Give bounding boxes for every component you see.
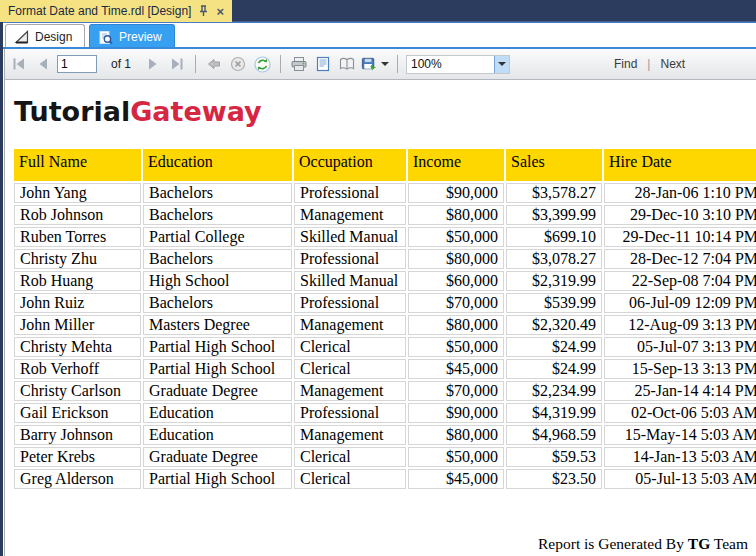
set-square-icon xyxy=(14,30,29,44)
table-cell: Education xyxy=(143,425,292,445)
table-cell: John Ruiz xyxy=(14,293,141,313)
document-tab-title: Format Date and Time.rdl [Design] xyxy=(8,4,191,18)
table-cell: 28-Dec-12 7:04 PM xyxy=(604,249,756,269)
table-cell: Gail Erickson xyxy=(14,403,141,423)
report-table: Full NameEducationOccupationIncomeSalesH… xyxy=(12,147,756,491)
table-cell: $3,399.99 xyxy=(506,205,602,225)
zoom-select[interactable]: 100% xyxy=(406,55,510,74)
table-cell: Christy Mehta xyxy=(14,337,141,357)
table-cell: $699.10 xyxy=(506,227,602,247)
table-row: Greg AldersonPartial High SchoolClerical… xyxy=(14,469,756,489)
table-cell: $24.99 xyxy=(506,359,602,379)
view-tab-strip: Design Preview xyxy=(3,22,756,49)
preview-toolbar: of 1 100% xyxy=(4,49,756,80)
table-cell: 14-Jan-13 5:03 AM xyxy=(604,447,756,467)
document-tab[interactable]: Format Date and Time.rdl [Design] × xyxy=(0,0,232,22)
first-page-button[interactable] xyxy=(9,54,29,74)
table-cell: $24.99 xyxy=(506,337,602,357)
document-tab-bar: Format Date and Time.rdl [Design] × xyxy=(0,0,756,22)
previous-page-button[interactable] xyxy=(33,54,53,74)
table-cell: 05-Jul-13 5:03 AM xyxy=(604,469,756,489)
column-header-education: Education xyxy=(143,149,292,181)
stop-rendering-icon[interactable] xyxy=(228,54,248,74)
table-cell: $70,000 xyxy=(408,381,504,401)
table-cell: High School xyxy=(143,271,292,291)
find-next-button[interactable]: Next xyxy=(660,57,685,71)
print-icon[interactable] xyxy=(289,54,309,74)
table-cell: $80,000 xyxy=(408,425,504,445)
table-row: Gail EricksonEducationProfessional$90,00… xyxy=(14,403,756,423)
table-cell: 29-Dec-11 10:14 PM xyxy=(604,227,756,247)
table-cell: Management xyxy=(294,425,406,445)
tab-preview[interactable]: Preview xyxy=(89,24,175,49)
table-cell: 15-May-14 5:03 AM xyxy=(604,425,756,445)
report-designer-window: Format Date and Time.rdl [Design] × Desi… xyxy=(0,0,756,556)
table-cell: Greg Alderson xyxy=(14,469,141,489)
export-icon[interactable] xyxy=(361,54,389,74)
last-page-button[interactable] xyxy=(167,54,187,74)
export-dropdown-caret[interactable] xyxy=(381,62,389,66)
table-cell: Clerical xyxy=(294,359,406,379)
table-cell: Clerical xyxy=(294,447,406,467)
table-cell: Partial College xyxy=(143,227,292,247)
table-cell: $90,000 xyxy=(408,403,504,423)
next-page-button[interactable] xyxy=(143,54,163,74)
table-cell: $539.99 xyxy=(506,293,602,313)
table-cell: John Miller xyxy=(14,315,141,335)
table-row: Ruben TorresPartial CollegeSkilled Manua… xyxy=(14,227,756,247)
table-cell: Skilled Manual xyxy=(294,271,406,291)
table-cell: Peter Krebs xyxy=(14,447,141,467)
logo-tutorial: Tutorial xyxy=(14,96,130,127)
back-to-parent-icon[interactable] xyxy=(204,54,224,74)
table-cell: Barry Johnson xyxy=(14,425,141,445)
find-input[interactable] xyxy=(522,55,610,73)
table-cell: $80,000 xyxy=(408,249,504,269)
window-left-edge xyxy=(0,22,3,556)
column-header-full-name: Full Name xyxy=(14,149,141,181)
table-cell: Graduate Degree xyxy=(143,447,292,467)
refresh-icon[interactable] xyxy=(252,54,272,74)
table-cell: Management xyxy=(294,205,406,225)
page-setup-icon[interactable] xyxy=(337,54,357,74)
table-cell: $90,000 xyxy=(408,183,504,203)
table-row: John RuizBachelorsProfessional$70,000$53… xyxy=(14,293,756,313)
column-header-occupation: Occupation xyxy=(294,149,406,181)
table-cell: 28-Jan-06 1:10 PM xyxy=(604,183,756,203)
table-cell: $80,000 xyxy=(408,205,504,225)
table-cell: Christy Zhu xyxy=(14,249,141,269)
table-row: Peter KrebsGraduate DegreeClerical$50,00… xyxy=(14,447,756,467)
table-cell: Masters Degree xyxy=(143,315,292,335)
tab-design[interactable]: Design xyxy=(5,24,85,49)
close-icon[interactable]: × xyxy=(216,5,224,18)
print-layout-icon[interactable] xyxy=(313,54,333,74)
table-cell: 06-Jul-09 12:09 PM xyxy=(604,293,756,313)
table-row: Barry JohnsonEducationManagement$80,000$… xyxy=(14,425,756,445)
table-cell: Professional xyxy=(294,293,406,313)
table-cell: $3,078.27 xyxy=(506,249,602,269)
find-next-divider: | xyxy=(647,57,650,71)
column-header-income: Income xyxy=(408,149,504,181)
column-header-sales: Sales xyxy=(506,149,602,181)
table-cell: Rob Johnson xyxy=(14,205,141,225)
preview-magnifier-icon xyxy=(98,30,113,45)
pin-icon[interactable] xyxy=(198,5,209,17)
tab-preview-label: Preview xyxy=(119,30,162,44)
table-cell: $3,578.27 xyxy=(506,183,602,203)
current-page-input[interactable] xyxy=(57,55,97,73)
report-preview-area: TutorialGateway Full NameEducationOccupa… xyxy=(4,80,756,556)
table-cell: Bachelors xyxy=(143,205,292,225)
table-row: John YangBachelorsProfessional$90,000$3,… xyxy=(14,183,756,203)
table-row: Rob HuangHigh SchoolSkilled Manual$60,00… xyxy=(14,271,756,291)
toolbar-separator xyxy=(280,55,281,73)
table-cell: Partial High School xyxy=(143,337,292,357)
logo-gateway: Gateway xyxy=(130,96,262,127)
zoom-dropdown-caret[interactable] xyxy=(494,56,509,73)
table-cell: $50,000 xyxy=(408,447,504,467)
table-cell: $50,000 xyxy=(408,227,504,247)
table-cell: Bachelors xyxy=(143,293,292,313)
page-count-label: of 1 xyxy=(111,57,131,71)
find-button[interactable]: Find xyxy=(614,57,637,71)
zoom-value: 100% xyxy=(407,57,494,71)
table-cell: Ruben Torres xyxy=(14,227,141,247)
table-cell: Christy Carlson xyxy=(14,381,141,401)
